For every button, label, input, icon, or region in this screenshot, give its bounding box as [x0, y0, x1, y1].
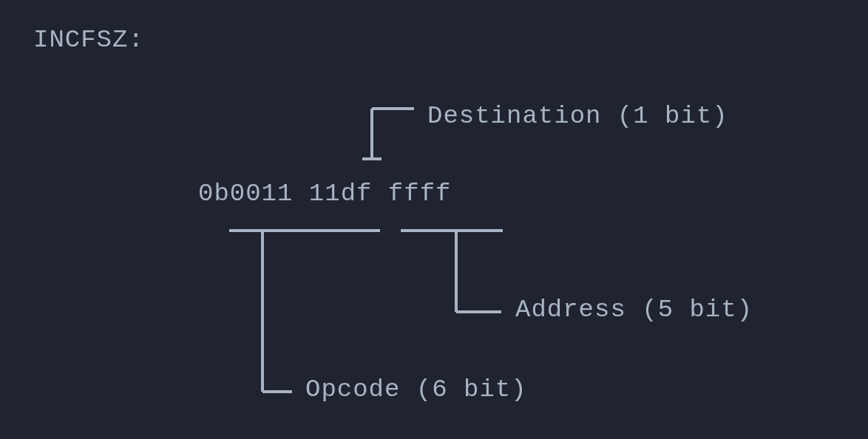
connector-lines [0, 0, 868, 439]
instruction-title: INCFSZ: [33, 26, 144, 54]
instruction-encoding: 0b0011 11df ffff [198, 180, 451, 208]
address-annotation: Address (5 bit) [515, 296, 753, 324]
destination-annotation: Destination (1 bit) [427, 102, 728, 130]
opcode-annotation: Opcode (6 bit) [305, 375, 527, 404]
